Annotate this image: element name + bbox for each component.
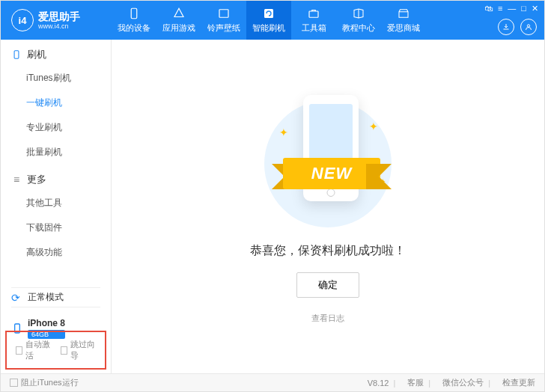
check-update-link[interactable]: 检查更新 (502, 377, 535, 388)
refresh-icon (262, 7, 275, 20)
tab-label: 应用游戏 (162, 22, 195, 34)
cart-icon[interactable]: 🛍 (484, 4, 493, 13)
tab-games[interactable]: 应用游戏 (156, 1, 201, 40)
sidebar-item-itunes-flash[interactable]: iTunes刷机 (1, 66, 111, 91)
tab-ring[interactable]: 铃声壁纸 (201, 1, 246, 40)
confirm-button[interactable]: 确定 (296, 272, 359, 298)
new-ribbon: NEW (272, 158, 392, 189)
sidebar-item-pro-flash[interactable]: 专业刷机 (1, 115, 111, 140)
brand-sub: www.i4.cn (38, 23, 80, 30)
sidebar-group-title: 更多 (27, 173, 46, 186)
wechat-link[interactable]: 微信公众号 (442, 377, 484, 388)
tab-store[interactable]: 爱思商城 (381, 1, 426, 40)
download-button[interactable] (498, 19, 514, 35)
toolbox-icon (307, 7, 320, 20)
checkbox-label: 跳过向导 (70, 339, 96, 361)
svg-point-4 (527, 25, 529, 27)
tab-tool[interactable]: 工具箱 (291, 1, 336, 40)
content-area: ✦ ✦ ✦ NEW 恭喜您，保资料刷机成功啦！ 确定 查看日志 (112, 40, 544, 373)
close-icon[interactable]: ✕ (532, 4, 538, 13)
sidebar-item-oneclick-flash[interactable]: 一键刷机 (1, 91, 111, 115)
user-button[interactable] (520, 19, 537, 35)
phone-outline-icon (11, 49, 22, 60)
device-name: iPhone 8 (28, 318, 65, 328)
svg-rect-3 (309, 11, 318, 17)
sidebar-item-other-tools[interactable]: 其他工具 (1, 191, 111, 215)
minimize-icon[interactable]: — (508, 4, 516, 13)
bottom-checks-highlighted: 自动激活 跳过向导 (5, 331, 106, 370)
sparkle-icon: ✦ (369, 120, 378, 132)
checkbox-label: 阻止iTunes运行 (21, 377, 79, 388)
svg-rect-2 (264, 9, 273, 18)
view-log-link[interactable]: 查看日志 (311, 313, 344, 324)
skip-wizard-checkbox[interactable]: 跳过向导 (61, 339, 97, 361)
svg-rect-1 (219, 10, 228, 18)
brand-logo-icon: i4 (11, 9, 34, 31)
apps-icon (172, 7, 186, 20)
block-itunes-checkbox[interactable]: 阻止iTunes运行 (10, 377, 79, 388)
sidebar-item-download-firmware[interactable]: 下载固件 (1, 215, 111, 240)
checkbox-icon (16, 346, 22, 355)
checkbox-icon (61, 346, 67, 355)
phone-icon (127, 7, 141, 20)
tab-course[interactable]: 教程中心 (336, 1, 381, 40)
image-icon (217, 7, 231, 20)
checkbox-label: 自动激活 (25, 339, 51, 361)
window-controls: 🛍 ≡ — □ ✕ (484, 4, 538, 13)
sidebar-group-more: ≡ 更多 (1, 165, 111, 191)
sparkle-icon: ✦ (279, 126, 288, 138)
device-mode[interactable]: ⟳ 正常模式 (11, 287, 100, 307)
ribbon-text: NEW (283, 158, 380, 189)
tab-label: 工具箱 (302, 22, 326, 34)
brand: i4 爱思助手 www.i4.cn (1, 9, 112, 31)
success-illustration: ✦ ✦ ✦ NEW (257, 89, 399, 231)
maximize-icon[interactable]: □ (521, 4, 526, 13)
tab-label: 智能刷机 (252, 22, 285, 34)
book-icon (352, 7, 365, 20)
menu-lines-icon: ≡ (11, 174, 22, 185)
mode-label: 正常模式 (28, 291, 64, 304)
sidebar-item-batch-flash[interactable]: 批量刷机 (1, 140, 111, 165)
success-message: 恭喜您，保资料刷机成功啦！ (250, 243, 406, 259)
main-tabs: 我的设备 应用游戏 铃声壁纸 智能刷机 工具箱 教程中心 爱思商城 (112, 1, 426, 40)
sidebar-item-advanced[interactable]: 高级功能 (1, 240, 111, 265)
tab-flash[interactable]: 智能刷机 (246, 1, 291, 40)
tab-label: 教程中心 (342, 22, 375, 34)
svg-rect-0 (131, 8, 137, 19)
sidebar-group-title: 刷机 (27, 48, 46, 61)
brand-title: 爱思助手 (38, 11, 80, 22)
store-icon (397, 7, 410, 20)
support-link[interactable]: 客服 (407, 377, 424, 388)
tab-label: 我的设备 (118, 22, 150, 34)
version-label: V8.12 (368, 379, 389, 388)
title-bar: i4 爱思助手 www.i4.cn 我的设备 应用游戏 铃声壁纸 智能刷机 工具… (1, 1, 544, 40)
sidebar: 刷机 iTunes刷机 一键刷机 专业刷机 批量刷机 ≡ 更多 其他工具 下载固… (1, 40, 112, 373)
tab-label: 铃声壁纸 (207, 22, 240, 34)
sidebar-group-flash: 刷机 (1, 40, 111, 66)
menu-icon[interactable]: ≡ (498, 4, 502, 13)
cycle-icon: ⟳ (11, 292, 23, 304)
svg-rect-5 (14, 51, 19, 59)
tab-label: 爱思商城 (387, 22, 420, 34)
checkbox-icon (10, 379, 18, 387)
tab-device[interactable]: 我的设备 (112, 1, 156, 40)
status-bar: 阻止iTunes运行 V8.12 | 客服 | 微信公众号 | 检查更新 (1, 373, 544, 391)
auto-activate-checkbox[interactable]: 自动激活 (16, 339, 52, 361)
